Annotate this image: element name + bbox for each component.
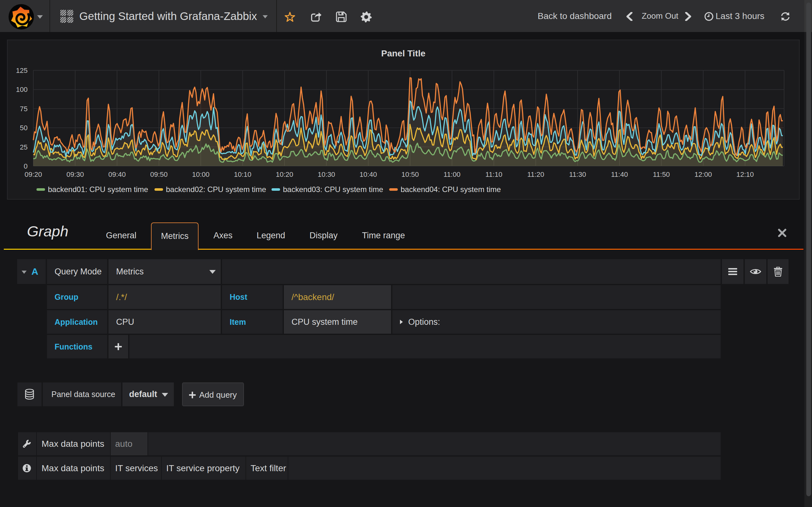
svg-text:10:10: 10:10 — [234, 170, 251, 178]
svg-text:100: 100 — [16, 86, 28, 94]
svg-text:backend02: CPU system time: backend02: CPU system time — [166, 185, 266, 193]
svg-text:50: 50 — [20, 124, 28, 132]
svg-text:09:50: 09:50 — [150, 170, 167, 178]
svg-text:09:20: 09:20 — [24, 170, 42, 178]
svg-text:75: 75 — [20, 105, 28, 113]
svg-text:11:00: 11:00 — [444, 170, 460, 178]
svg-text:25: 25 — [20, 143, 28, 151]
svg-text:backend04: CPU system time: backend04: CPU system time — [401, 185, 501, 193]
svg-text:10:40: 10:40 — [359, 170, 377, 178]
svg-text:10:00: 10:00 — [192, 170, 209, 178]
svg-text:11:40: 11:40 — [611, 170, 628, 178]
svg-text:11:30: 11:30 — [569, 170, 586, 178]
svg-text:10:30: 10:30 — [317, 170, 335, 178]
svg-text:11:10: 11:10 — [485, 170, 502, 178]
svg-text:09:30: 09:30 — [66, 170, 84, 178]
svg-text:0: 0 — [24, 162, 28, 170]
svg-text:backend01: CPU system time: backend01: CPU system time — [48, 185, 148, 193]
svg-text:125: 125 — [16, 66, 28, 74]
svg-text:11:50: 11:50 — [653, 170, 670, 178]
svg-text:09:40: 09:40 — [108, 170, 125, 178]
svg-text:11:20: 11:20 — [527, 170, 544, 178]
svg-text:12:00: 12:00 — [694, 170, 712, 178]
svg-text:10:50: 10:50 — [401, 170, 419, 178]
svg-text:12:10: 12:10 — [736, 170, 754, 178]
svg-text:backend03: CPU system time: backend03: CPU system time — [283, 185, 383, 193]
svg-text:10:20: 10:20 — [275, 170, 293, 178]
